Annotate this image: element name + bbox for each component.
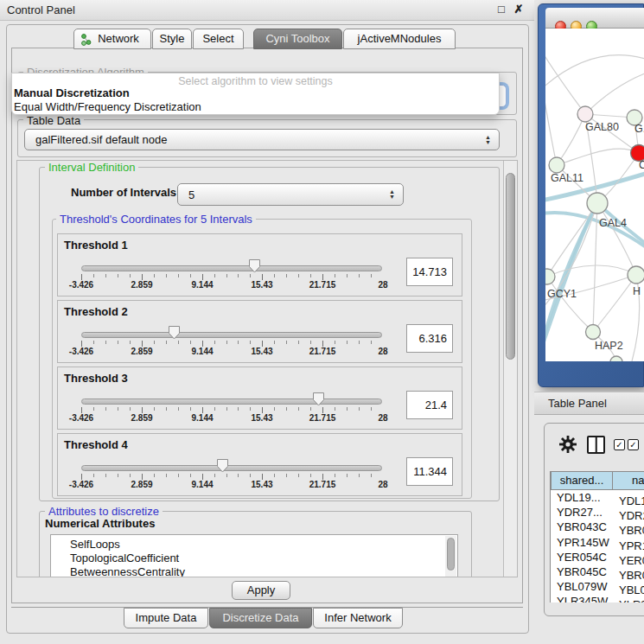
checkbox-icon[interactable]: ✓ xyxy=(628,439,639,450)
threshold-4-label: Threshold 4 xyxy=(64,438,128,451)
cell[interactable]: YBL079W xyxy=(551,579,612,594)
node-gal80[interactable] xyxy=(577,106,593,122)
number-of-intervals-combobox[interactable]: 5 ▲▼ xyxy=(177,183,404,206)
interval-definition-group: Interval Definition Number of Intervals … xyxy=(39,167,500,501)
table-row[interactable]: YPR145WYPR1 xyxy=(551,535,644,550)
table-row[interactable]: YDL19...YDL1 xyxy=(551,490,644,505)
tab-impute-data[interactable]: Impute Data xyxy=(124,608,208,628)
algorithm-popup-hint: Select algorithm to view settings xyxy=(12,75,499,87)
tab-select[interactable]: Select xyxy=(193,29,244,49)
threshold-3-slider[interactable] xyxy=(81,399,382,405)
tab-infer-network[interactable]: Infer Network xyxy=(313,608,403,628)
tick-label: 2.859 xyxy=(120,347,163,356)
table-data-title: Table Data xyxy=(23,114,84,127)
tick-label: 21.715 xyxy=(301,480,344,489)
cell[interactable]: YLR345W xyxy=(551,594,612,603)
threshold-1-slider[interactable] xyxy=(81,265,382,271)
threshold-1-panel: Threshold 1 -3.426 2.859 9.144 15.43 21.… xyxy=(57,233,462,296)
list-scrollbar-thumb[interactable] xyxy=(447,538,455,571)
table-row[interactable]: YBL079WYBL0 xyxy=(551,579,644,594)
cell[interactable]: YDL19... xyxy=(551,490,612,505)
window-title: Control Panel xyxy=(7,3,75,16)
node-table: shared... na YDL19...YDL1 YDR27...YDR2 Y… xyxy=(550,471,644,603)
threshold-1-label: Threshold 1 xyxy=(64,239,128,252)
tab-impute-data-label: Impute Data xyxy=(136,611,197,624)
node-gal11[interactable] xyxy=(549,157,564,173)
tab-discretize-data[interactable]: Discretize Data xyxy=(209,608,312,628)
gear-icon[interactable] xyxy=(558,435,577,454)
threshold-4-slider-thumb[interactable] xyxy=(216,458,229,473)
table-row[interactable]: YLR345WYLR3 xyxy=(551,594,644,603)
list-scrollbar[interactable] xyxy=(445,536,456,577)
float-icon[interactable]: □ xyxy=(494,3,508,16)
column-header-name[interactable]: na xyxy=(612,471,644,490)
threshold-2-label: Threshold 2 xyxy=(64,305,128,318)
tick-marks-major xyxy=(81,474,383,480)
column-header-shared[interactable]: shared... xyxy=(551,471,613,490)
tick-label: 2.859 xyxy=(120,413,163,423)
network-window-titlebar[interactable] xyxy=(545,8,644,29)
tick-label: -3.426 xyxy=(60,347,103,356)
tick-label: 21.715 xyxy=(301,413,344,423)
cell[interactable]: YBR043C xyxy=(551,520,612,534)
network-icon xyxy=(80,34,92,46)
threshold-2-slider-thumb[interactable] xyxy=(168,325,181,340)
threshold-4-slider[interactable] xyxy=(81,465,382,471)
list-item[interactable]: SelfLoops xyxy=(51,538,457,552)
table-panel-title: Table Panel xyxy=(548,397,607,410)
algorithm-option-equal-width[interactable]: Equal Width/Frequency Discretization xyxy=(14,100,491,114)
edge xyxy=(557,149,639,165)
settings-scrollbar-thumb[interactable] xyxy=(506,173,515,360)
settings-scrollbar[interactable] xyxy=(503,161,517,577)
table-row[interactable]: YER054CYER0 xyxy=(551,550,644,564)
cell[interactable]: YDR27... xyxy=(551,505,612,520)
tick-label: 2.859 xyxy=(120,280,163,290)
node-h[interactable] xyxy=(628,266,644,284)
cell[interactable]: YPR145W xyxy=(551,535,612,550)
tick-label: 21.715 xyxy=(301,347,344,356)
table-row[interactable]: YBR045CYBR0 xyxy=(551,564,644,579)
tab-cyni-toolbox[interactable]: Cyni Toolbox xyxy=(253,29,342,49)
table-data-combobox[interactable]: galFiltered.sif default node ▲▼ xyxy=(24,129,500,150)
tick-label: 28 xyxy=(361,280,405,290)
tab-jactivemnodules[interactable]: jActiveMNodules xyxy=(343,29,456,49)
apply-button[interactable]: Apply xyxy=(232,581,290,600)
table-row[interactable]: YBR043CYBR0 xyxy=(551,520,644,534)
attributes-group: Attributes to discretize Numerical Attri… xyxy=(39,511,472,577)
tick-label: 15.43 xyxy=(240,480,284,489)
tick-marks-major xyxy=(81,274,383,280)
tick-marks-major xyxy=(81,407,383,413)
tick-label: 28 xyxy=(361,480,405,489)
table-row[interactable]: YDR27...YDR2 xyxy=(551,505,644,520)
node-partial[interactable] xyxy=(610,356,622,361)
tick-label: 9.144 xyxy=(181,347,224,356)
threshold-3-value-field[interactable]: 21.4 xyxy=(406,391,453,419)
close-icon[interactable]: ✗ xyxy=(512,3,526,16)
node-gal4[interactable] xyxy=(587,193,608,214)
checkbox-icon[interactable]: ✓ xyxy=(614,439,625,450)
threshold-3-label: Threshold 3 xyxy=(64,372,128,385)
node-hap2[interactable] xyxy=(586,325,601,340)
edge xyxy=(593,203,597,332)
threshold-3-slider-thumb[interactable] xyxy=(312,392,325,406)
threshold-2-slider[interactable] xyxy=(81,332,382,338)
cell[interactable]: YER054C xyxy=(551,550,612,564)
node-gcy1[interactable] xyxy=(545,269,555,284)
column-layout-icon[interactable] xyxy=(587,436,605,454)
network-canvas[interactable]: GAL80 G. C GAL11 GAL4 GCY1 H HAP2 xyxy=(545,29,644,361)
threshold-1-slider-thumb[interactable] xyxy=(248,258,261,273)
tab-network[interactable]: Network xyxy=(73,29,151,49)
threshold-1-value-field[interactable]: 14.713 xyxy=(406,258,453,286)
list-item[interactable]: TopologicalCoefficient xyxy=(51,552,457,565)
node-label: GAL80 xyxy=(585,121,619,133)
node-label: C xyxy=(639,159,644,171)
table-body: YDL19...YDL1 YDR27...YDR2 YBR043CYBR0 YP… xyxy=(551,490,644,603)
threshold-2-value-field[interactable]: 6.316 xyxy=(406,324,453,353)
list-item[interactable]: BetweennessCentrality xyxy=(51,565,457,577)
tab-jactivemnodules-label: jActiveMNodules xyxy=(358,32,442,45)
algorithm-option-manual[interactable]: Manual Discretization xyxy=(14,86,491,100)
tab-style[interactable]: Style xyxy=(152,29,192,49)
cell[interactable]: YBR045C xyxy=(551,564,612,579)
numerical-attributes-list[interactable]: SelfLoops TopologicalCoefficient Between… xyxy=(50,534,458,577)
threshold-4-value-field[interactable]: 11.344 xyxy=(406,457,453,486)
